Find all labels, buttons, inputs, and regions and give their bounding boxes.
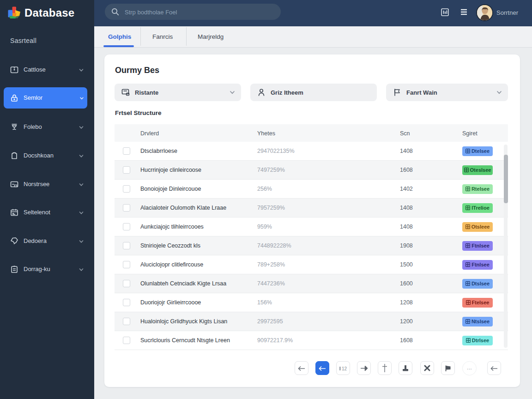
svg-text:12: 12 [342, 366, 347, 371]
